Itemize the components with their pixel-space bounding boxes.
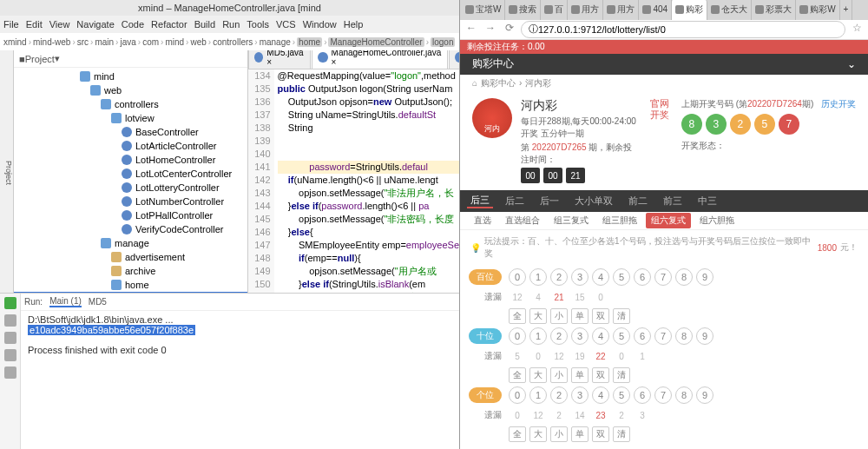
number-button[interactable]: 0: [509, 327, 526, 345]
number-button[interactable]: 6: [634, 327, 651, 345]
menu-help[interactable]: Help: [344, 19, 364, 30]
menu-view[interactable]: View: [49, 19, 70, 30]
console-output[interactable]: D:\BtSoft\jdk\jdk1.8\bin\java.exe ... e1…: [21, 311, 459, 449]
category-tab[interactable]: 前三: [660, 195, 686, 208]
number-button[interactable]: 4: [592, 268, 609, 286]
filter-button[interactable]: 双: [592, 426, 609, 442]
tree-node[interactable]: VerifyCodeController: [14, 222, 247, 236]
number-button[interactable]: 3: [571, 268, 589, 286]
filter-button[interactable]: 小: [550, 426, 568, 442]
crumb[interactable]: xmind: [3, 37, 27, 47]
number-button[interactable]: 4: [592, 386, 609, 404]
sub-tab[interactable]: 直选: [469, 213, 496, 228]
number-button[interactable]: 1: [529, 386, 547, 404]
tree-node[interactable]: web: [14, 83, 247, 97]
menu-code[interactable]: Code: [122, 19, 144, 30]
new-tab-button[interactable]: +: [840, 0, 853, 20]
number-button[interactable]: 7: [654, 268, 672, 286]
editor-tab[interactable]: MD5.java ×: [248, 50, 311, 69]
history-link[interactable]: 历史开奖: [821, 99, 856, 109]
crumb[interactable]: controllers: [213, 37, 253, 47]
browser-tab[interactable]: 百: [541, 0, 568, 20]
number-pick-area[interactable]: 百位0123456789遗漏12421150全大小单双清十位0123456789…: [460, 265, 868, 449]
category-tab[interactable]: 后二: [502, 195, 528, 208]
editor-tab[interactable]: ManageHomeController.java ×: [312, 50, 448, 69]
number-button[interactable]: 5: [613, 386, 630, 404]
browser-tab[interactable]: 购彩W: [796, 0, 839, 20]
sub-tab[interactable]: 组六胆拖: [694, 213, 740, 228]
crumb[interactable]: src: [77, 37, 89, 47]
category-tab[interactable]: 中三: [694, 195, 720, 208]
number-button[interactable]: 9: [696, 268, 713, 286]
browser-tab[interactable]: 用方: [568, 0, 603, 20]
menu-file[interactable]: File: [3, 19, 19, 30]
number-button[interactable]: 0: [509, 268, 526, 286]
tree-node[interactable]: home: [14, 278, 247, 292]
category-tabs[interactable]: 后三后二后一大小单双前二前三中三: [460, 190, 868, 211]
filter-button[interactable]: 清: [613, 367, 630, 383]
number-button[interactable]: 5: [613, 327, 630, 345]
sub-tabs[interactable]: 直选直选组合组三复式组三胆拖组六复式组六胆拖: [460, 212, 868, 230]
menu-vcs[interactable]: VCS: [276, 19, 296, 30]
ide-menubar[interactable]: FileEditViewNavigateCodeRefactorBuildRun…: [0, 16, 459, 33]
number-button[interactable]: 1: [529, 327, 547, 345]
filter-button[interactable]: 双: [592, 308, 609, 324]
filter-button[interactable]: 大: [529, 367, 547, 383]
filter-button[interactable]: 单: [571, 308, 589, 324]
menu-run[interactable]: Run: [222, 19, 240, 30]
down-icon[interactable]: [4, 332, 16, 344]
tree-node[interactable]: manage: [14, 236, 247, 250]
browser-tab[interactable]: 404: [639, 0, 672, 20]
reload-icon[interactable]: ⟳: [502, 22, 517, 37]
menu-navigate[interactable]: Navigate: [76, 19, 114, 30]
crumb[interactable]: ManageHomeController: [328, 37, 424, 47]
category-tab[interactable]: 后一: [536, 195, 562, 208]
tree-node[interactable]: LotPHallController: [14, 208, 247, 222]
tree-node[interactable]: LotNumberController: [14, 195, 247, 208]
number-button[interactable]: 9: [696, 386, 713, 404]
filter-button[interactable]: 清: [613, 308, 630, 324]
number-button[interactable]: 9: [696, 327, 713, 345]
menu-refactor[interactable]: Refactor: [151, 19, 187, 30]
filter-button[interactable]: 清: [613, 426, 630, 442]
editor-tabs[interactable]: MD5.java ×ManageHomeController.java ×SME…: [248, 50, 459, 69]
filter-button[interactable]: 全: [509, 367, 526, 383]
number-button[interactable]: 8: [675, 327, 693, 345]
chevron-down-icon[interactable]: ⌄: [847, 58, 856, 70]
project-tree[interactable]: mindwebcontrollerslotviewBaseControllerL…: [14, 68, 247, 293]
editor-tab[interactable]: SMEmploye ×: [449, 50, 459, 69]
crumb[interactable]: mind: [165, 37, 184, 47]
export-icon[interactable]: [4, 349, 16, 361]
tree-node[interactable]: advertisement: [14, 250, 247, 264]
project-pane-header[interactable]: ■ Project ▾: [14, 50, 247, 68]
category-tab[interactable]: 后三: [467, 194, 493, 208]
crumb[interactable]: manage: [260, 37, 291, 47]
rerun-icon[interactable]: [4, 297, 16, 309]
number-button[interactable]: 1: [529, 268, 547, 286]
filter-button[interactable]: 双: [592, 367, 609, 383]
number-button[interactable]: 4: [592, 327, 609, 345]
browser-tab[interactable]: 宝塔W: [462, 0, 505, 20]
filter-button[interactable]: 大: [529, 426, 547, 442]
sub-tab[interactable]: 组三复式: [549, 213, 594, 228]
menu-tools[interactable]: Tools: [247, 19, 269, 30]
filter-button[interactable]: 全: [509, 308, 526, 324]
tree-node[interactable]: lotview: [14, 111, 247, 125]
browser-tab[interactable]: 搜索: [505, 0, 541, 20]
number-button[interactable]: 6: [634, 268, 651, 286]
filter-button[interactable]: 大: [529, 308, 547, 324]
crumb[interactable]: com: [142, 37, 159, 47]
url-input[interactable]: ⓘ 127.0.0.1:9712/lot/lottery/list/0: [521, 21, 845, 38]
tree-node[interactable]: BaseController: [14, 125, 247, 139]
crumb[interactable]: web: [190, 37, 206, 47]
menu-edit[interactable]: Edit: [26, 19, 43, 30]
number-button[interactable]: 8: [675, 268, 693, 286]
sub-tab[interactable]: 组三胆拖: [597, 213, 642, 228]
filter-button[interactable]: 小: [550, 308, 568, 324]
menu-build[interactable]: Build: [194, 19, 215, 30]
number-button[interactable]: 2: [550, 268, 568, 286]
filter-button[interactable]: 单: [571, 367, 589, 383]
crumb[interactable]: home: [297, 37, 322, 47]
number-button[interactable]: 3: [571, 327, 589, 345]
run-tabs[interactable]: Run: Main (1) MD5: [21, 294, 459, 311]
